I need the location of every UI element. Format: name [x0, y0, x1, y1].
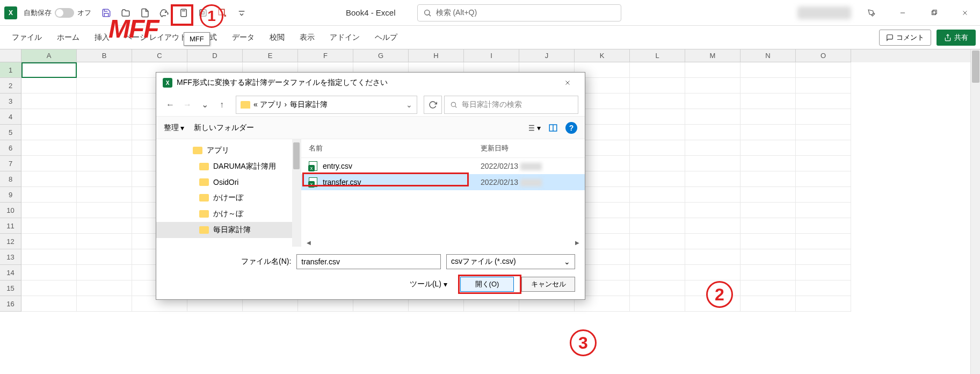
- dialog-search-box[interactable]: 毎日家計簿の検索: [444, 96, 578, 114]
- cell[interactable]: [741, 171, 796, 187]
- cell[interactable]: [77, 140, 132, 156]
- cell[interactable]: [77, 203, 132, 218]
- column-header[interactable]: L: [630, 49, 685, 62]
- organize-button[interactable]: 整理 ▾: [164, 123, 184, 133]
- dialog-close-button[interactable]: [557, 75, 578, 91]
- piggy-icon[interactable]: [157, 5, 172, 20]
- tab-help[interactable]: ヘルプ: [367, 28, 405, 47]
- chevron-down-icon[interactable]: ⌄: [406, 100, 412, 109]
- share-button[interactable]: 共有: [937, 30, 976, 46]
- cell[interactable]: [741, 218, 796, 234]
- row-header[interactable]: 6: [0, 140, 21, 156]
- cell[interactable]: [741, 203, 796, 218]
- row-header[interactable]: 16: [0, 296, 21, 312]
- comment-button[interactable]: コメント: [879, 30, 931, 46]
- row-header[interactable]: 13: [0, 249, 21, 265]
- nav-forward-button[interactable]: →: [180, 97, 195, 112]
- row-header[interactable]: 14: [0, 265, 21, 280]
- cell[interactable]: [630, 171, 685, 187]
- cell[interactable]: [21, 234, 77, 249]
- cell[interactable]: [630, 265, 685, 280]
- cell[interactable]: [796, 94, 851, 109]
- cell[interactable]: [685, 234, 741, 249]
- cell[interactable]: [741, 125, 796, 140]
- cell[interactable]: [630, 62, 685, 78]
- cell[interactable]: [77, 187, 132, 203]
- tab-home[interactable]: ホーム: [49, 28, 87, 47]
- breadcrumb-current[interactable]: 毎日家計簿: [290, 100, 328, 110]
- cell[interactable]: [796, 203, 851, 218]
- row-header[interactable]: 4: [0, 109, 21, 125]
- cell[interactable]: [685, 125, 741, 140]
- cell[interactable]: [21, 218, 77, 234]
- tree-scrollbar-thumb[interactable]: [293, 142, 300, 169]
- cell[interactable]: [796, 109, 851, 125]
- cell[interactable]: [21, 265, 77, 280]
- search-box[interactable]: 検索 (Alt+Q): [417, 4, 621, 21]
- cell[interactable]: [630, 187, 685, 203]
- cell[interactable]: [77, 125, 132, 140]
- cell[interactable]: [796, 280, 851, 296]
- cell[interactable]: [741, 78, 796, 94]
- cell[interactable]: [685, 109, 741, 125]
- scroll-left-icon[interactable]: ◀: [304, 238, 313, 247]
- column-header[interactable]: J: [519, 49, 575, 62]
- cell[interactable]: [630, 296, 685, 312]
- cell[interactable]: [796, 62, 851, 78]
- row-header[interactable]: 15: [0, 280, 21, 296]
- tree-item[interactable]: かけ～ぼ: [156, 206, 301, 222]
- file-row[interactable]: entry.csv2022/02/13: [301, 158, 585, 174]
- minimize-icon[interactable]: [892, 2, 913, 24]
- cell[interactable]: [796, 125, 851, 140]
- cell[interactable]: [741, 187, 796, 203]
- tab-file[interactable]: ファイル: [4, 28, 49, 47]
- cell[interactable]: [77, 218, 132, 234]
- cell[interactable]: [685, 249, 741, 265]
- cell[interactable]: [21, 109, 77, 125]
- column-header[interactable]: M: [685, 49, 741, 62]
- column-header[interactable]: G: [353, 49, 409, 62]
- select-all-corner[interactable]: [0, 49, 21, 62]
- autosave-toggle[interactable]: 自動保存 オフ: [24, 8, 91, 18]
- tab-addin[interactable]: アドイン: [322, 28, 367, 47]
- file-list-header[interactable]: 名前 更新日時: [301, 139, 585, 158]
- cell[interactable]: [685, 171, 741, 187]
- address-bar[interactable]: « アプリ › 毎日家計簿 ⌄: [236, 96, 417, 114]
- tree-scrollbar[interactable]: [292, 139, 301, 247]
- column-name[interactable]: 名前: [309, 143, 481, 153]
- cell[interactable]: [741, 280, 796, 296]
- cell[interactable]: [77, 156, 132, 171]
- cell[interactable]: [796, 296, 851, 312]
- column-header[interactable]: N: [741, 49, 796, 62]
- cell[interactable]: [77, 280, 132, 296]
- cell[interactable]: [21, 94, 77, 109]
- tree-item[interactable]: DARUMA家計簿用: [156, 159, 301, 175]
- qat-dropdown-icon[interactable]: [234, 5, 249, 20]
- cell[interactable]: [630, 78, 685, 94]
- cell[interactable]: [77, 265, 132, 280]
- column-header[interactable]: D: [187, 49, 243, 62]
- maximize-icon[interactable]: [923, 2, 945, 24]
- row-header[interactable]: 5: [0, 125, 21, 140]
- cell[interactable]: [796, 78, 851, 94]
- cell[interactable]: [741, 234, 796, 249]
- cell[interactable]: [630, 156, 685, 171]
- cell[interactable]: [77, 78, 132, 94]
- column-date[interactable]: 更新日時: [481, 143, 577, 153]
- cell[interactable]: [77, 62, 132, 78]
- tree-item[interactable]: 毎日家計簿: [156, 222, 301, 238]
- cell[interactable]: [630, 234, 685, 249]
- cell[interactable]: [685, 78, 741, 94]
- cell[interactable]: [796, 140, 851, 156]
- scroll-right-icon[interactable]: ▶: [573, 238, 582, 247]
- column-header[interactable]: E: [243, 49, 298, 62]
- tab-view[interactable]: 表示: [292, 28, 322, 47]
- new-folder-button[interactable]: 新しいフォルダー: [194, 123, 254, 133]
- cell[interactable]: [796, 234, 851, 249]
- row-header[interactable]: 10: [0, 203, 21, 218]
- row-header[interactable]: 3: [0, 94, 21, 109]
- row-header[interactable]: 8: [0, 171, 21, 187]
- cell[interactable]: [685, 62, 741, 78]
- cell[interactable]: [630, 218, 685, 234]
- cell[interactable]: [630, 94, 685, 109]
